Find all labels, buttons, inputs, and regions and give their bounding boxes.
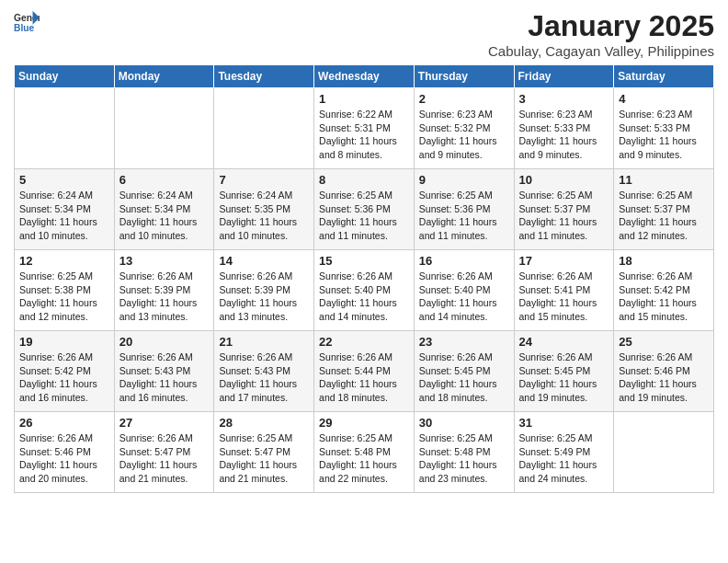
day-content: Sunrise: 6:22 AMSunset: 5:31 PMDaylight:…	[319, 108, 409, 162]
day-number: 20	[119, 335, 210, 349]
calendar-cell	[114, 88, 214, 169]
calendar-cell: 1Sunrise: 6:22 AMSunset: 5:31 PMDaylight…	[314, 88, 415, 169]
calendar-cell	[614, 412, 714, 493]
day-number: 1	[319, 92, 409, 106]
day-content: Sunrise: 6:23 AMSunset: 5:32 PMDaylight:…	[419, 108, 509, 162]
day-number: 12	[19, 254, 109, 268]
calendar-cell: 29Sunrise: 6:25 AMSunset: 5:48 PMDayligh…	[314, 412, 415, 493]
calendar-body: 1Sunrise: 6:22 AMSunset: 5:31 PMDaylight…	[15, 88, 714, 493]
day-content: Sunrise: 6:26 AMSunset: 5:41 PMDaylight:…	[519, 270, 609, 324]
month-title: January 2025	[488, 9, 714, 43]
calendar-cell: 9Sunrise: 6:25 AMSunset: 5:36 PMDaylight…	[414, 169, 514, 250]
day-number: 4	[619, 92, 709, 106]
day-number: 23	[419, 335, 509, 349]
calendar-week-row: 5Sunrise: 6:24 AMSunset: 5:34 PMDaylight…	[15, 169, 714, 250]
day-number: 9	[419, 173, 509, 187]
calendar-table: SundayMondayTuesdayWednesdayThursdayFrid…	[14, 64, 714, 493]
day-content: Sunrise: 6:24 AMSunset: 5:35 PMDaylight:…	[219, 189, 309, 243]
calendar-cell: 12Sunrise: 6:25 AMSunset: 5:38 PMDayligh…	[15, 250, 115, 331]
calendar-week-row: 12Sunrise: 6:25 AMSunset: 5:38 PMDayligh…	[15, 250, 714, 331]
day-number: 13	[119, 254, 210, 268]
calendar-cell: 6Sunrise: 6:24 AMSunset: 5:34 PMDaylight…	[114, 169, 214, 250]
day-number: 19	[19, 335, 109, 349]
day-content: Sunrise: 6:26 AMSunset: 5:40 PMDaylight:…	[319, 270, 409, 324]
day-number: 14	[219, 254, 309, 268]
day-number: 24	[519, 335, 609, 349]
calendar-cell: 13Sunrise: 6:26 AMSunset: 5:39 PMDayligh…	[114, 250, 214, 331]
day-content: Sunrise: 6:26 AMSunset: 5:47 PMDaylight:…	[119, 431, 210, 486]
day-number: 29	[319, 416, 409, 430]
day-number: 17	[519, 254, 609, 268]
weekday-header: Sunday	[15, 65, 115, 88]
calendar-cell: 28Sunrise: 6:25 AMSunset: 5:47 PMDayligh…	[214, 412, 314, 493]
calendar-cell: 3Sunrise: 6:23 AMSunset: 5:33 PMDaylight…	[514, 88, 614, 169]
calendar-cell: 8Sunrise: 6:25 AMSunset: 5:36 PMDaylight…	[314, 169, 415, 250]
weekday-header: Friday	[514, 65, 614, 88]
weekday-header: Wednesday	[314, 65, 415, 88]
day-number: 6	[119, 173, 210, 187]
day-number: 18	[619, 254, 709, 268]
day-content: Sunrise: 6:23 AMSunset: 5:33 PMDaylight:…	[619, 108, 709, 162]
day-content: Sunrise: 6:25 AMSunset: 5:47 PMDaylight:…	[219, 431, 309, 486]
day-number: 2	[419, 92, 509, 106]
calendar-cell: 7Sunrise: 6:24 AMSunset: 5:35 PMDaylight…	[214, 169, 314, 250]
day-number: 26	[19, 416, 109, 430]
day-number: 7	[219, 173, 309, 187]
calendar-cell: 24Sunrise: 6:26 AMSunset: 5:45 PMDayligh…	[514, 331, 614, 412]
calendar-week-row: 26Sunrise: 6:26 AMSunset: 5:46 PMDayligh…	[15, 412, 714, 493]
calendar-cell: 4Sunrise: 6:23 AMSunset: 5:33 PMDaylight…	[614, 88, 714, 169]
calendar-cell: 14Sunrise: 6:26 AMSunset: 5:39 PMDayligh…	[214, 250, 314, 331]
calendar-cell: 31Sunrise: 6:25 AMSunset: 5:49 PMDayligh…	[514, 412, 614, 493]
calendar-cell: 26Sunrise: 6:26 AMSunset: 5:46 PMDayligh…	[15, 412, 115, 493]
day-content: Sunrise: 6:26 AMSunset: 5:39 PMDaylight:…	[119, 270, 210, 324]
weekday-header: Tuesday	[214, 65, 314, 88]
day-content: Sunrise: 6:26 AMSunset: 5:45 PMDaylight:…	[419, 350, 509, 405]
calendar-week-row: 1Sunrise: 6:22 AMSunset: 5:31 PMDaylight…	[15, 88, 714, 169]
day-number: 22	[319, 335, 409, 349]
day-content: Sunrise: 6:25 AMSunset: 5:36 PMDaylight:…	[419, 189, 509, 243]
calendar-week-row: 19Sunrise: 6:26 AMSunset: 5:42 PMDayligh…	[15, 331, 714, 412]
calendar-cell: 27Sunrise: 6:26 AMSunset: 5:47 PMDayligh…	[114, 412, 214, 493]
day-content: Sunrise: 6:25 AMSunset: 5:37 PMDaylight:…	[619, 189, 709, 243]
page-header: General Blue January 2025 Cabulay, Cagay…	[14, 9, 714, 59]
calendar-cell	[15, 88, 115, 169]
calendar-cell: 25Sunrise: 6:26 AMSunset: 5:46 PMDayligh…	[614, 331, 714, 412]
day-content: Sunrise: 6:26 AMSunset: 5:42 PMDaylight:…	[619, 270, 709, 324]
logo: General Blue	[14, 9, 41, 35]
day-number: 3	[519, 92, 609, 106]
day-number: 21	[219, 335, 309, 349]
day-number: 27	[119, 416, 210, 430]
weekday-row: SundayMondayTuesdayWednesdayThursdayFrid…	[15, 65, 714, 88]
calendar-cell: 2Sunrise: 6:23 AMSunset: 5:32 PMDaylight…	[414, 88, 514, 169]
day-number: 5	[19, 173, 109, 187]
day-content: Sunrise: 6:23 AMSunset: 5:33 PMDaylight:…	[519, 108, 609, 162]
page-container: General Blue January 2025 Cabulay, Cagay…	[0, 0, 728, 502]
day-number: 15	[319, 254, 409, 268]
day-content: Sunrise: 6:24 AMSunset: 5:34 PMDaylight:…	[19, 189, 109, 243]
day-content: Sunrise: 6:26 AMSunset: 5:42 PMDaylight:…	[19, 350, 109, 405]
logo-icon: General Blue	[14, 9, 40, 35]
calendar-cell: 17Sunrise: 6:26 AMSunset: 5:41 PMDayligh…	[514, 250, 614, 331]
day-content: Sunrise: 6:25 AMSunset: 5:36 PMDaylight:…	[319, 189, 409, 243]
day-number: 31	[519, 416, 609, 430]
calendar-cell: 21Sunrise: 6:26 AMSunset: 5:43 PMDayligh…	[214, 331, 314, 412]
calendar-header: SundayMondayTuesdayWednesdayThursdayFrid…	[15, 65, 714, 88]
svg-text:Blue: Blue	[14, 23, 35, 33]
calendar-cell: 19Sunrise: 6:26 AMSunset: 5:42 PMDayligh…	[15, 331, 115, 412]
calendar-cell: 5Sunrise: 6:24 AMSunset: 5:34 PMDaylight…	[15, 169, 115, 250]
day-content: Sunrise: 6:26 AMSunset: 5:43 PMDaylight:…	[219, 350, 309, 405]
calendar-cell: 18Sunrise: 6:26 AMSunset: 5:42 PMDayligh…	[614, 250, 714, 331]
weekday-header: Thursday	[414, 65, 514, 88]
day-content: Sunrise: 6:26 AMSunset: 5:45 PMDaylight:…	[519, 350, 609, 405]
day-content: Sunrise: 6:26 AMSunset: 5:39 PMDaylight:…	[219, 270, 309, 324]
day-content: Sunrise: 6:25 AMSunset: 5:37 PMDaylight:…	[519, 189, 609, 243]
day-number: 10	[519, 173, 609, 187]
calendar-cell: 11Sunrise: 6:25 AMSunset: 5:37 PMDayligh…	[614, 169, 714, 250]
day-content: Sunrise: 6:26 AMSunset: 5:44 PMDaylight:…	[319, 350, 409, 405]
calendar-cell: 22Sunrise: 6:26 AMSunset: 5:44 PMDayligh…	[314, 331, 415, 412]
calendar-cell	[214, 88, 314, 169]
weekday-header: Saturday	[614, 65, 714, 88]
day-number: 30	[419, 416, 509, 430]
calendar-cell: 30Sunrise: 6:25 AMSunset: 5:48 PMDayligh…	[414, 412, 514, 493]
day-number: 16	[419, 254, 509, 268]
